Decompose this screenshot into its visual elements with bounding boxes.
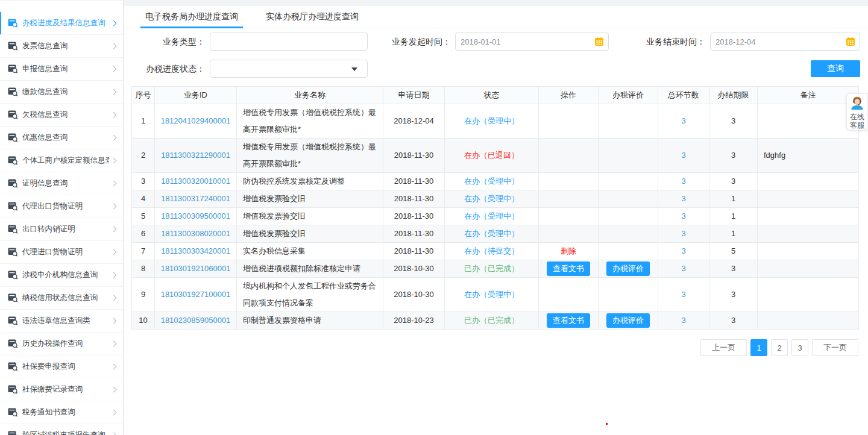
column-header: 操作	[539, 87, 599, 104]
table-row: 91810301927100001境内机构和个人发包工程作业或劳务合同款项支付情…	[132, 278, 859, 312]
chevron-right-icon	[111, 227, 117, 233]
import-agent-certificate-icon	[8, 248, 18, 257]
cell-apply-date: 2018-12-04	[383, 104, 445, 139]
cell-business-id: 1811300321290001	[155, 139, 237, 173]
total-steps-link[interactable]: 3	[681, 246, 685, 255]
business-id-link[interactable]: 1811300308020001	[161, 229, 230, 238]
total-steps-link[interactable]: 3	[681, 116, 685, 125]
cell-remark	[758, 173, 859, 190]
table-row: 31811300320010001防伪税控系统发票核定及调整2018-11-30…	[132, 173, 859, 190]
total-steps-link[interactable]: 3	[681, 177, 685, 186]
sidebar-item[interactable]: 代理出口货物证明	[0, 195, 123, 218]
evaluation-button[interactable]: 办税评价	[606, 313, 650, 328]
total-steps-link[interactable]: 3	[681, 229, 685, 238]
cell-evaluation	[599, 190, 658, 208]
violation-info-icon	[8, 316, 18, 325]
business-id-link[interactable]: 1810301927100001	[161, 290, 231, 299]
total-steps-link[interactable]: 3	[681, 211, 685, 221]
cell-operation	[539, 225, 599, 243]
sidebar-item[interactable]: 跨区域涉税事项报告查询	[0, 424, 123, 435]
status-text: 在办（待提交）	[464, 246, 519, 255]
cell-evaluation	[599, 139, 658, 173]
online-service-label-line2: 客服	[850, 121, 864, 130]
cell-remark	[758, 312, 859, 330]
chevron-right-icon	[111, 341, 117, 347]
sidebar-item[interactable]: 优惠信息查询	[0, 127, 123, 149]
business-id-link[interactable]: 1811300303420001	[161, 246, 230, 255]
total-steps-link[interactable]: 3	[681, 151, 685, 160]
pagination-page-button[interactable]: 2	[771, 339, 788, 356]
calendar-icon[interactable]	[846, 37, 855, 46]
table-row: 71811300303420001实名办税信息采集2018-11-30在办（待提…	[132, 243, 859, 260]
cell-business-name: 增值税发票验交旧	[237, 208, 383, 225]
business-type-input[interactable]	[210, 33, 368, 51]
cell-seq: 8	[132, 260, 155, 278]
business-id-link[interactable]: 1812041029400001	[161, 116, 231, 125]
status-text: 在办（受理中）	[464, 290, 519, 299]
business-id-link[interactable]: 1811300309500001	[161, 211, 230, 221]
pagination-page-button[interactable]: 1	[750, 339, 767, 356]
column-header: 办税评价	[599, 87, 658, 104]
total-steps-link[interactable]: 3	[681, 316, 685, 325]
online-service-label-line1: 在线	[850, 113, 864, 121]
sidebar-item-label: 办税进度及结果信息查询	[22, 18, 109, 28]
sidebar-item[interactable]: 申报信息查询	[0, 58, 123, 81]
cell-evaluation	[599, 104, 658, 139]
start-time-input[interactable]	[455, 33, 609, 51]
delete-link[interactable]: 删除	[561, 246, 576, 255]
sidebar-item[interactable]: 个体工商户核定定额信息查询	[0, 149, 123, 172]
business-id-link[interactable]: 1810230859050001	[161, 316, 231, 325]
pagination-page-button[interactable]: 3	[791, 339, 808, 356]
chevron-right-icon	[111, 112, 117, 118]
sidebar-item[interactable]: 代理进口货物证明	[0, 241, 123, 264]
start-time-label: 业务发起时间：	[365, 33, 451, 51]
cell-evaluation: 办税评价	[599, 260, 658, 278]
sidebar-item[interactable]: 违法违章信息查询类	[0, 310, 123, 333]
cell-business-name: 增值税专用发票（增值税税控系统）最高开票限额审批*	[237, 139, 383, 173]
cell-status: 已办（已完成）	[445, 312, 539, 330]
sidebar-item[interactable]: 欠税信息查询	[0, 104, 123, 127]
sidebar-item[interactable]: 发票信息查询	[0, 35, 123, 58]
cell-operation	[539, 173, 599, 190]
chevron-right-icon	[111, 364, 117, 370]
sidebar-item[interactable]: 出口转内销证明	[0, 218, 123, 241]
sidebar-item[interactable]: 历史办税操作查询	[0, 333, 123, 355]
pagination-prev-button[interactable]: 上一页	[700, 339, 747, 356]
business-id-link[interactable]: 1810301921060001	[161, 264, 231, 273]
sidebar-item[interactable]: 办税进度及结果信息查询	[0, 12, 123, 35]
total-steps-link[interactable]: 3	[681, 264, 685, 273]
cell-deadline: 1	[709, 190, 758, 208]
cell-seq: 9	[132, 278, 155, 312]
view-document-button[interactable]: 查看文书	[547, 261, 590, 276]
end-time-input[interactable]	[710, 33, 860, 51]
tab-bar: 电子税务局办理进度查询 实体办税厅办理进度查询	[124, 6, 868, 28]
tab-electronic-bureau-progress[interactable]: 电子税务局办理进度查询	[140, 6, 243, 28]
sidebar-item[interactable]: 社保费申报查询	[0, 355, 123, 378]
online-service-widget[interactable]: 在线 客服	[846, 93, 868, 130]
total-steps-link[interactable]: 3	[681, 290, 685, 299]
sidebar-item[interactable]: 税务通知书查询	[0, 401, 123, 424]
business-id-link[interactable]: 1811300320010001	[161, 177, 230, 186]
query-button[interactable]: 查询	[811, 60, 860, 77]
evaluation-button[interactable]: 办税评价	[606, 261, 650, 276]
cell-seq: 2	[132, 139, 155, 173]
sidebar-item-label: 社保缴费记录查询	[22, 384, 109, 395]
cell-deadline: 3	[709, 260, 758, 278]
tab-physical-hall-progress[interactable]: 实体办税厅办理进度查询	[261, 6, 363, 28]
view-document-button[interactable]: 查看文书	[547, 313, 590, 328]
business-id-link[interactable]: 1811300321290001	[161, 151, 230, 160]
business-id-link[interactable]: 1811300317240001	[161, 194, 230, 203]
total-steps-link[interactable]: 3	[681, 194, 685, 203]
sidebar-item[interactable]: 涉税中介机构信息查询	[0, 264, 123, 287]
sidebar-item[interactable]: 社保缴费记录查询	[0, 378, 123, 401]
sidebar-item[interactable]: 缴款信息查询	[0, 81, 123, 104]
pagination-next-button[interactable]: 下一页	[812, 339, 858, 356]
progress-status-select[interactable]	[210, 60, 368, 78]
table-row: 41811300317240001增值税发票验交旧2018-11-30在办（受理…	[132, 190, 859, 208]
calendar-icon[interactable]	[594, 37, 604, 46]
sidebar-item[interactable]: 纳税信用状态信息查询	[0, 287, 123, 310]
pagination: 上一页123下一页	[131, 339, 858, 356]
cell-status: 在办（受理中）	[445, 190, 539, 208]
table-row: 101810230859050001印制普通发票资格申请2018-10-23已办…	[132, 312, 859, 330]
sidebar-item[interactable]: 证明信息查询	[0, 172, 123, 195]
